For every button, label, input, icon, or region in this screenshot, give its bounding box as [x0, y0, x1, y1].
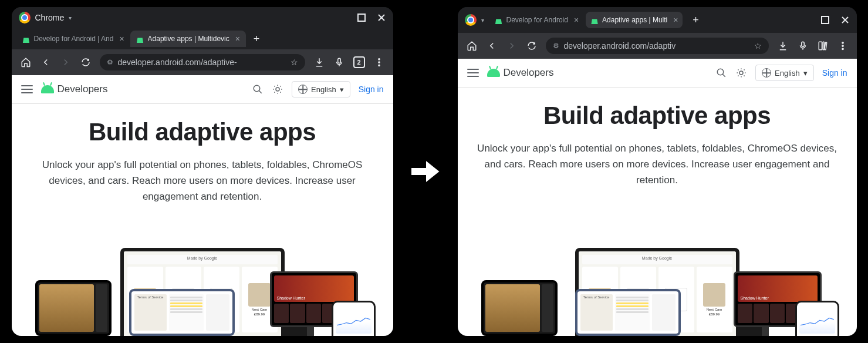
svg-rect-11 — [824, 42, 826, 50]
mic-icon[interactable] — [333, 56, 345, 68]
android-favicon-icon — [136, 35, 144, 43]
theme-toggle-icon[interactable] — [735, 67, 747, 79]
language-label: English — [311, 85, 336, 94]
forward-icon[interactable] — [60, 56, 72, 68]
hero-title: Build adaptive apps — [475, 102, 839, 130]
app-name: Chrome — [35, 13, 65, 22]
svg-rect-7 — [822, 16, 829, 23]
reload-icon[interactable] — [80, 56, 92, 68]
foldable-graphic — [35, 280, 112, 336]
browser-window-wide: ▾ Develop for Android × Adaptive apps | … — [458, 7, 857, 336]
android-favicon-icon — [495, 16, 503, 24]
site-settings-icon[interactable]: ⚙ — [553, 42, 559, 50]
address-bar[interactable]: ⚙ developer.android.com/adaptiv ☆ — [546, 38, 769, 54]
svg-rect-10 — [823, 42, 824, 50]
chevron-down-icon: ▾ — [803, 69, 808, 78]
search-icon[interactable] — [252, 83, 264, 95]
globe-icon — [762, 68, 771, 78]
page-content: Developers English ▾ Sign in Build adapt… — [458, 59, 857, 336]
phone-graphic — [795, 301, 839, 336]
close-icon[interactable] — [377, 13, 386, 22]
maximize-icon[interactable] — [357, 13, 366, 22]
theme-toggle-icon[interactable] — [272, 83, 283, 95]
tab-adaptive-apps[interactable]: Adaptive apps | Multi × — [586, 12, 683, 28]
menu-icon[interactable] — [373, 56, 385, 68]
download-icon[interactable] — [777, 40, 789, 52]
new-tab-button[interactable]: + — [248, 31, 265, 47]
svg-point-5 — [254, 85, 260, 92]
tab-close-icon[interactable]: × — [235, 34, 240, 43]
collection-icon[interactable] — [817, 40, 829, 52]
svg-point-13 — [842, 45, 843, 46]
page-content: Developers English ▾ Sign in Build adapt… — [12, 75, 393, 336]
language-selector[interactable]: English ▾ — [755, 65, 814, 81]
developers-logo[interactable]: Developers — [41, 83, 108, 95]
back-icon[interactable] — [40, 56, 52, 68]
tab-switcher[interactable]: 2 — [353, 56, 365, 68]
titlebar: Chrome ▾ — [12, 7, 393, 28]
site-settings-icon[interactable]: ⚙ — [107, 58, 113, 66]
address-bar[interactable]: ⚙ developer.android.com/adaptive- ☆ — [100, 54, 305, 70]
forward-icon[interactable] — [506, 40, 518, 52]
phone-graphic — [332, 301, 376, 336]
titlebar-brand[interactable]: Chrome ▾ — [19, 12, 72, 23]
download-icon[interactable] — [313, 56, 325, 68]
browser-window-compact: Chrome ▾ Develop for Android | And × Ada… — [12, 7, 393, 336]
tab-adaptive-apps[interactable]: Adaptive apps | Multidevic × — [130, 31, 246, 47]
svg-point-4 — [378, 65, 379, 66]
signin-link[interactable]: Sign in — [822, 68, 847, 78]
device-showcase: Made by Google Nest Cam£89.99 Terms of S… — [475, 242, 839, 336]
svg-rect-9 — [819, 42, 822, 50]
new-tab-button[interactable]: + — [687, 12, 704, 28]
hamburger-menu-icon[interactable] — [467, 67, 479, 79]
tab-close-icon[interactable]: × — [119, 34, 124, 43]
svg-point-3 — [378, 62, 379, 63]
language-selector[interactable]: English ▾ — [292, 81, 350, 97]
url-text: developer.android.com/adaptive- — [118, 58, 286, 67]
brand-text: Developers — [58, 83, 108, 95]
hamburger-menu-icon[interactable] — [21, 83, 33, 95]
svg-point-14 — [842, 48, 843, 49]
svg-rect-0 — [358, 14, 365, 21]
tab-develop-android[interactable]: Develop for Android | And × — [16, 31, 130, 47]
site-header: Developers English ▾ Sign in — [12, 75, 393, 104]
home-icon[interactable] — [466, 40, 478, 52]
hero-section: Build adaptive apps Unlock your app's fu… — [12, 104, 393, 336]
search-icon[interactable] — [715, 67, 727, 79]
back-icon[interactable] — [486, 40, 498, 52]
tab-develop-android[interactable]: Develop for Android × — [490, 12, 584, 28]
svg-point-12 — [842, 42, 843, 43]
tab-title: Develop for Android — [506, 16, 568, 24]
home-icon[interactable] — [20, 56, 32, 68]
tab-title: Adaptive apps | Multi — [602, 16, 667, 24]
menu-icon[interactable] — [837, 40, 849, 52]
reload-icon[interactable] — [526, 40, 538, 52]
tab-title: Develop for Android | And — [34, 35, 114, 43]
star-icon[interactable]: ☆ — [754, 41, 762, 51]
brand-text: Developers — [504, 67, 554, 79]
close-icon[interactable] — [840, 15, 850, 25]
hero-title: Build adaptive apps — [29, 118, 376, 146]
maximize-icon[interactable] — [820, 15, 830, 25]
developers-logo[interactable]: Developers — [487, 67, 554, 79]
tab-close-icon[interactable]: × — [574, 15, 579, 25]
star-icon[interactable]: ☆ — [291, 58, 298, 67]
transition-arrow-icon — [405, 154, 446, 189]
svg-point-16 — [739, 71, 743, 75]
android-favicon-icon — [590, 16, 599, 24]
chrome-logo-icon[interactable] — [465, 14, 477, 26]
android-logo-icon — [487, 69, 500, 77]
browser-toolbar: ⚙ developer.android.com/adaptive- ☆ 2 — [12, 49, 393, 75]
device-showcase: Made by Google Nest Cam£89.99 Terms of S… — [29, 242, 376, 336]
svg-point-2 — [378, 59, 379, 60]
signin-link[interactable]: Sign in — [359, 85, 384, 94]
tablet-doc-graphic: Terms of Service — [129, 289, 235, 336]
svg-rect-8 — [801, 42, 804, 46]
url-text: developer.android.com/adaptiv — [564, 41, 749, 51]
hero-subtitle: Unlock your app's full potential on phon… — [29, 157, 376, 205]
chevron-down-icon[interactable]: ▾ — [69, 15, 72, 21]
tablet-doc-graphic: Terms of Service — [575, 289, 681, 336]
tab-close-icon[interactable]: × — [673, 15, 678, 25]
chevron-down-icon[interactable]: ▾ — [481, 17, 484, 23]
mic-icon[interactable] — [797, 40, 809, 52]
